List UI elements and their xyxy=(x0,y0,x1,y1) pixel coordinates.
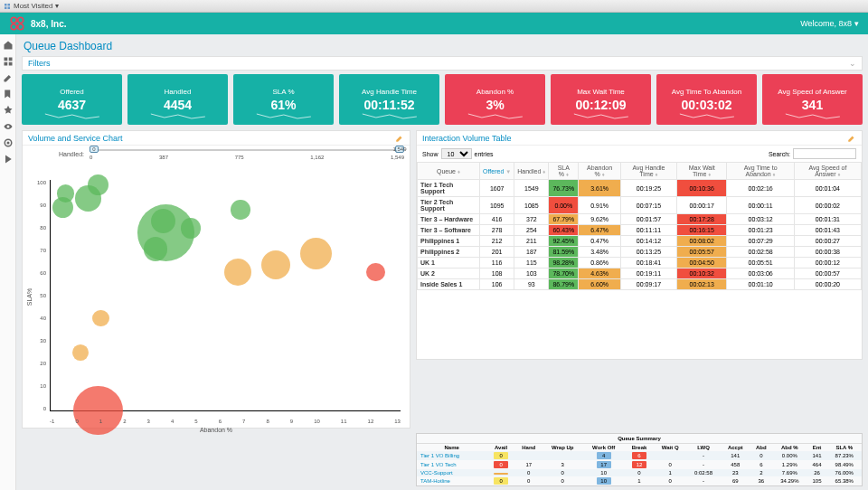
edit-icon[interactable] xyxy=(395,134,404,143)
chevron-down-icon: ▾ xyxy=(55,2,59,10)
table-row[interactable]: VCC-Support0010010:02:582327.69%2676.00% xyxy=(417,469,862,476)
table-row[interactable]: Inside Sales 11069386.79%6.60%00:09:1700… xyxy=(418,279,862,290)
table-row[interactable]: Tier 3 – Hardware41637267.79%9.62%00:01:… xyxy=(418,214,862,225)
bubble-chart: 1009080706050403020100 SLA% -10123456789… xyxy=(23,160,410,428)
bubble-point[interactable] xyxy=(224,259,251,286)
column-header[interactable]: Avg Speed of Answer♦ xyxy=(794,163,861,180)
queue-summary-table: NameAvailHandWrap UpWork OffBreakWait QL… xyxy=(417,444,862,485)
kpi-card: Abandon %3% xyxy=(445,74,545,125)
table-row[interactable]: Philippines 121221192.45%0.47%00:14:1200… xyxy=(418,236,862,247)
bubble-point[interactable] xyxy=(300,238,332,269)
svg-point-4 xyxy=(11,17,16,23)
left-nav-rail xyxy=(0,34,16,490)
table-row[interactable]: Tier 3 – Software27825460.43%6.47%00:11:… xyxy=(418,225,862,236)
bubble-point[interactable] xyxy=(144,237,168,261)
page-title: Queue Dashboard xyxy=(24,40,863,52)
column-header[interactable]: SLA %♦ xyxy=(549,163,579,180)
kpi-card: Avg Speed of Answer341 xyxy=(762,74,863,125)
bubble-point[interactable] xyxy=(181,218,201,238)
logo-icon xyxy=(9,15,25,32)
bookmark-icon[interactable] xyxy=(3,87,14,98)
queue-summary-panel: Queue Summary NameAvailHandWrap UpWork O… xyxy=(416,433,863,486)
column-header[interactable]: Queue♦ xyxy=(418,163,480,180)
kpi-card: Handled4454 xyxy=(127,74,228,125)
bubble-point[interactable] xyxy=(261,250,290,279)
kpi-card: Offered4637 xyxy=(22,74,122,125)
panel-title: Interaction Volume Table xyxy=(422,134,511,143)
svg-point-6 xyxy=(11,24,16,30)
chevron-down-icon: ⌄ xyxy=(849,59,856,68)
table-row[interactable]: UK 111611598.28%0.86%00:18:4100:04:5000:… xyxy=(418,258,862,269)
app-header: 8x8, Inc. Welcome, 8x8 ▾ xyxy=(0,13,868,34)
chevron-down-icon: ▾ xyxy=(854,19,859,28)
star-icon[interactable] xyxy=(3,103,14,114)
bubble-point[interactable] xyxy=(88,174,108,195)
table-row[interactable]: TAM-Hotline0001010-693634.29%10565.38% xyxy=(417,476,862,485)
kpi-card: SLA %61% xyxy=(233,74,334,125)
target-icon[interactable] xyxy=(3,136,14,146)
svg-point-7 xyxy=(18,24,24,30)
kpi-row: Offered4637Handled4454SLA %61%Avg Handle… xyxy=(22,74,863,125)
table-row[interactable]: Tier 1 Tech Support1607154976.73%3.61%00… xyxy=(418,180,862,197)
table-row[interactable]: Philippines 220118781.59%3.48%00:13:2500… xyxy=(418,247,862,258)
bubble-point[interactable] xyxy=(366,263,385,282)
browser-chrome: Most Visited ▾ xyxy=(0,0,868,13)
slider-handle-min[interactable]: 0 xyxy=(90,146,99,153)
svg-rect-3 xyxy=(8,6,11,9)
queue-summary-title: Queue Summary xyxy=(417,434,862,444)
most-visited-dropdown[interactable]: Most Visited ▾ xyxy=(4,2,59,10)
bubble-point[interactable] xyxy=(57,184,75,203)
svg-rect-0 xyxy=(5,4,7,6)
table-row[interactable]: Tier 1 VO Billing046-14100.00%14187.23% xyxy=(417,451,862,460)
table-row[interactable]: UK 210810378.70%4.63%00:19:1100:10:3200:… xyxy=(418,269,862,279)
handled-slider[interactable]: Handled: 0 1,549 03877751,1621,549 xyxy=(23,146,410,160)
bubble-point[interactable] xyxy=(92,310,109,327)
table-row[interactable]: Tier 2 Tech Support109510850.00%0.91%00:… xyxy=(418,197,862,214)
svg-rect-1 xyxy=(8,4,11,6)
column-header[interactable]: Handled♦ xyxy=(514,163,549,180)
volume-chart-panel: Volume and Service Chart Handled: 0 1,54… xyxy=(22,130,410,429)
column-header[interactable]: Abandon %♦ xyxy=(579,163,621,180)
svg-rect-2 xyxy=(5,6,7,9)
table-row[interactable]: Tier 1 VO Tech017317120-45861.29%46498.4… xyxy=(417,460,862,469)
bubble-point[interactable] xyxy=(231,200,250,220)
home-icon[interactable] xyxy=(3,38,14,49)
column-header[interactable]: Offered▼ xyxy=(480,163,514,180)
search-input[interactable] xyxy=(793,148,856,159)
play-icon[interactable] xyxy=(3,152,14,163)
bubble-point[interactable] xyxy=(72,344,89,361)
edit-icon[interactable] xyxy=(847,134,856,143)
column-header[interactable]: Avg Handle Time♦ xyxy=(621,163,677,180)
welcome-dropdown[interactable]: Welcome, 8x8 ▾ xyxy=(800,19,859,28)
filters-panel[interactable]: Filters ⌄ xyxy=(22,56,863,71)
dashboard-icon[interactable] xyxy=(3,54,14,65)
eye-icon[interactable] xyxy=(3,119,14,130)
panel-title: Volume and Service Chart xyxy=(28,134,123,143)
company-name: 8x8, Inc. xyxy=(31,19,66,29)
filters-label: Filters xyxy=(28,59,51,68)
column-header[interactable]: Avg Time to Abandon♦ xyxy=(727,163,794,180)
interaction-volume-table: Queue♦Offered▼Handled♦SLA %♦Abandon %♦Av… xyxy=(417,162,862,290)
page-size-select[interactable]: 10 xyxy=(441,148,472,159)
most-visited-label: Most Visited xyxy=(14,2,52,10)
kpi-card: Avg Handle Time00:11:52 xyxy=(339,74,439,125)
interaction-volume-panel: Interaction Volume Table Show 10 entries… xyxy=(416,130,863,360)
kpi-card: Avg Time To Abandon00:03:02 xyxy=(656,74,757,125)
slider-handle-max[interactable]: 1,549 xyxy=(395,146,404,153)
column-header[interactable]: Max Wait Time♦ xyxy=(676,163,727,180)
svg-point-5 xyxy=(18,17,24,23)
edit-icon[interactable] xyxy=(3,71,14,81)
kpi-card: Max Wait Time00:12:09 xyxy=(551,74,651,125)
